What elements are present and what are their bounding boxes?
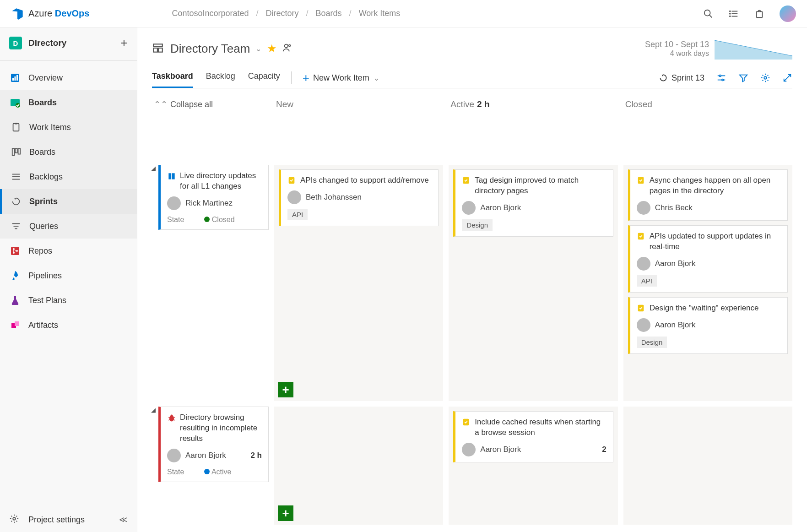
task-card[interactable]: APIs updated to support updates in real-… bbox=[628, 225, 788, 293]
caret-collapse-icon[interactable]: ◢ bbox=[151, 407, 156, 413]
tab-backlog[interactable]: Backlog bbox=[206, 68, 235, 88]
azure-devops-logo[interactable]: Azure DevOps bbox=[11, 7, 89, 20]
task-card[interactable]: Async changes happen on all open pages i… bbox=[628, 169, 788, 221]
nav-label: Overview bbox=[28, 73, 63, 83]
list-icon[interactable] bbox=[728, 8, 739, 19]
svg-line-56 bbox=[168, 419, 170, 420]
nav-artifacts[interactable]: Artifacts bbox=[0, 313, 137, 337]
boards-icon bbox=[9, 97, 21, 109]
cell-closed[interactable] bbox=[623, 407, 792, 525]
svg-point-44 bbox=[764, 76, 767, 79]
breadcrumb-page[interactable]: Work Items bbox=[359, 9, 401, 18]
cell-closed[interactable]: Async changes happen on all open pages i… bbox=[623, 165, 792, 401]
nav-boards-sub[interactable]: Boards bbox=[0, 140, 137, 164]
people-icon[interactable] bbox=[282, 43, 292, 54]
shopping-bag-icon[interactable] bbox=[754, 8, 765, 19]
svg-point-27 bbox=[13, 248, 15, 250]
user-avatar[interactable] bbox=[780, 5, 796, 22]
nav-backlogs[interactable]: Backlogs bbox=[0, 164, 137, 189]
tab-taskboard[interactable]: Taskboard bbox=[152, 68, 193, 88]
search-icon[interactable] bbox=[703, 8, 714, 19]
avatar bbox=[637, 257, 650, 271]
tag: API bbox=[637, 275, 657, 287]
avatar bbox=[462, 201, 476, 215]
nav-label: Queries bbox=[29, 222, 58, 231]
cell-active[interactable]: Tag design improved to match directory p… bbox=[449, 165, 617, 401]
nav-test-plans[interactable]: Test Plans bbox=[0, 288, 137, 313]
rocket-icon bbox=[9, 270, 21, 282]
chevron-down-icon: ⌄ bbox=[373, 73, 380, 83]
svg-rect-19 bbox=[18, 149, 21, 154]
svg-rect-18 bbox=[15, 149, 17, 153]
breadcrumb-org[interactable]: ContosoIncorporated bbox=[172, 9, 249, 18]
cell-new[interactable]: + bbox=[274, 407, 443, 525]
star-icon[interactable]: ★ bbox=[267, 42, 277, 55]
tab-capacity[interactable]: Capacity bbox=[248, 68, 280, 88]
project-badge: D bbox=[9, 37, 22, 49]
burndown-chart[interactable] bbox=[715, 38, 792, 60]
task-card[interactable]: Include cached results when starting a b… bbox=[453, 411, 613, 462]
project-settings-label[interactable]: Project settings bbox=[28, 515, 85, 525]
gear-icon[interactable] bbox=[9, 514, 21, 526]
cell-active[interactable]: Include cached results when starting a b… bbox=[449, 407, 617, 525]
svg-point-37 bbox=[289, 45, 291, 47]
settings-sliders-icon[interactable] bbox=[716, 73, 726, 83]
nav-work-items[interactable]: Work Items bbox=[0, 115, 137, 140]
clipboard-check-icon bbox=[637, 176, 646, 185]
book-icon bbox=[167, 172, 176, 181]
svg-line-57 bbox=[173, 419, 175, 420]
svg-marker-38 bbox=[715, 40, 792, 60]
add-task-button[interactable]: + bbox=[278, 382, 293, 397]
clipboard-check-icon bbox=[462, 176, 471, 185]
page-title: Directory Team bbox=[170, 42, 250, 56]
avatar bbox=[637, 318, 650, 332]
fullscreen-icon[interactable] bbox=[782, 73, 792, 83]
task-card[interactable]: APIs changed to support add/remove Beth … bbox=[279, 169, 439, 226]
collapse-sidebar-icon[interactable]: ≪ bbox=[119, 515, 128, 525]
nav-label: Work Items bbox=[29, 123, 71, 132]
breadcrumb-area[interactable]: Boards bbox=[316, 9, 342, 18]
parent-card[interactable]: Directory browsing resulting in incomple… bbox=[158, 407, 269, 482]
new-work-item-button[interactable]: + New Work Item ⌄ bbox=[303, 71, 380, 85]
svg-rect-33 bbox=[153, 44, 162, 46]
cell-new[interactable]: APIs changed to support add/remove Beth … bbox=[274, 165, 443, 401]
svg-rect-12 bbox=[16, 75, 18, 81]
svg-rect-46 bbox=[172, 173, 175, 179]
nav-label: Backlogs bbox=[29, 172, 63, 182]
sprint-icon bbox=[10, 195, 22, 207]
project-header[interactable]: D Directory + bbox=[0, 27, 137, 59]
clipboard-check-icon bbox=[637, 304, 646, 313]
svg-rect-45 bbox=[168, 173, 171, 179]
svg-point-43 bbox=[722, 79, 724, 81]
kanban-icon bbox=[10, 146, 22, 158]
breadcrumb-project[interactable]: Directory bbox=[266, 9, 299, 18]
svg-line-1 bbox=[710, 15, 712, 17]
assignee-name: Aaron Bjork bbox=[655, 259, 696, 268]
collapse-all-button[interactable]: ⌃⌃ Collapse all bbox=[154, 99, 267, 109]
svg-point-53 bbox=[171, 415, 173, 417]
caret-collapse-icon[interactable]: ◢ bbox=[151, 165, 156, 172]
add-task-button[interactable]: + bbox=[278, 505, 293, 521]
parent-card[interactable]: Live directory updates for all L1 change… bbox=[158, 165, 269, 230]
nav-repos[interactable]: Repos bbox=[0, 239, 137, 263]
nav-boards[interactable]: Boards bbox=[0, 90, 137, 115]
plus-icon: + bbox=[303, 71, 309, 85]
gear-icon[interactable] bbox=[760, 73, 770, 83]
nav-label: Sprints bbox=[29, 197, 58, 206]
nav-label: Test Plans bbox=[28, 296, 66, 305]
nav-label: Pipelines bbox=[28, 271, 62, 281]
svg-rect-16 bbox=[15, 123, 17, 125]
nav-pipelines[interactable]: Pipelines bbox=[0, 263, 137, 288]
hours-badge: 2 h bbox=[250, 451, 262, 460]
filter-icon[interactable] bbox=[738, 73, 748, 83]
nav-queries[interactable]: Queries bbox=[0, 214, 137, 239]
nav-overview[interactable]: Overview bbox=[0, 65, 137, 90]
add-project-icon[interactable]: + bbox=[120, 36, 128, 50]
sprint-selector[interactable]: Sprint 13 bbox=[659, 73, 704, 83]
nav-label: Boards bbox=[28, 98, 57, 108]
assignee-name: Aaron Bjork bbox=[480, 203, 521, 212]
task-card[interactable]: Design the "waiting" experience Aaron Bj… bbox=[628, 297, 788, 354]
task-card[interactable]: Tag design improved to match directory p… bbox=[453, 169, 613, 237]
nav-sprints[interactable]: Sprints bbox=[0, 189, 137, 214]
chevron-down-icon[interactable]: ⌄ bbox=[255, 44, 261, 53]
